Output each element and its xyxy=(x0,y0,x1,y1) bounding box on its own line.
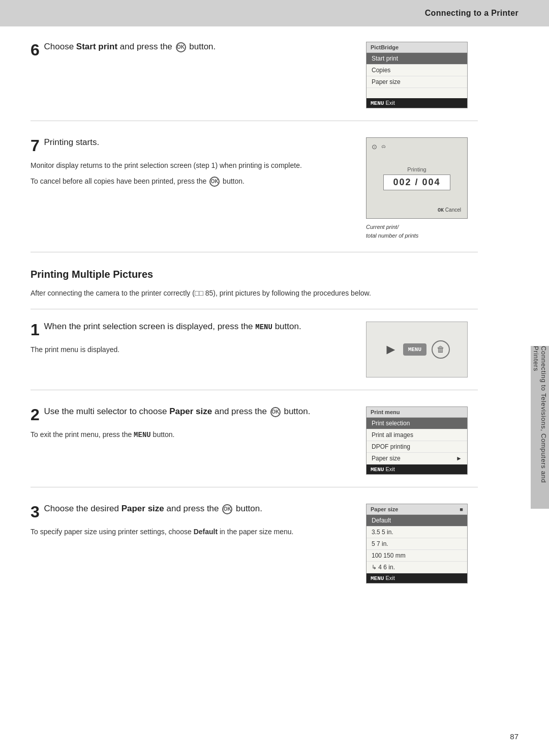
step-7-left: 7 Printing starts. Monitor display retur… xyxy=(30,137,354,187)
step-pm2-bold1: Paper size xyxy=(169,406,212,416)
step-pm1-body: The print menu is displayed. xyxy=(30,344,354,355)
step-6-number: 6 xyxy=(30,42,40,60)
step-7-icons-row: ⊙ ᯅ xyxy=(372,143,388,151)
step-pm2-ok-icon: OK xyxy=(270,407,281,417)
step-7-cancel-row: OK Cancel xyxy=(438,207,461,213)
step-7-printing-label: Printing xyxy=(407,166,426,172)
page-container: Connecting to a Printer Connecting to Te… xyxy=(0,0,549,756)
printing-multiple-intro: After connecting the camera to the print… xyxy=(30,287,478,309)
main-content: 6 Choose Start print and press the OK bu… xyxy=(0,26,508,632)
step-7-title: 7 Printing starts. xyxy=(30,137,354,155)
step-pm1-btn-group: ► MENU 🗑 xyxy=(384,340,450,359)
step-7-section: 7 Printing starts. Monitor display retur… xyxy=(30,137,478,252)
printing-multiple-header: Printing Multiple Pictures xyxy=(30,269,478,280)
step-pm2-number: 2 xyxy=(30,406,40,424)
step-6-screen: PictBridge Start print Copies Paper size… xyxy=(366,42,468,108)
wifi-icon: ᯅ xyxy=(381,143,388,151)
step-7-cancel-menu: OK xyxy=(438,208,444,213)
power-icon: ⊙ xyxy=(372,143,377,151)
step-pm2-body: To exit the print menu, press the MENU b… xyxy=(30,429,354,441)
step-pm3-item-2: 3.5 5 in. xyxy=(367,527,467,538)
step-7-counter: 002 / 004 xyxy=(383,175,450,190)
step-pm1-title: 1 When the print selection screen is dis… xyxy=(30,322,354,339)
step-7-ok-icon: OK xyxy=(209,177,220,187)
page-header-title: Connecting to a Printer xyxy=(425,9,518,18)
menu-button-icon: MENU xyxy=(403,343,426,356)
step-6-screen-footer: MENU Exit xyxy=(367,98,467,108)
step-pm3-menu-footer-label: MENU xyxy=(371,575,384,581)
step-pm3-body: To specify paper size using printer sett… xyxy=(30,527,354,537)
step-pm2-section: 2 Use the multi selector to choose Paper… xyxy=(30,406,478,487)
step-6-item-spacer xyxy=(367,88,467,98)
step-pm2-menu-label: MENU xyxy=(134,431,151,439)
step-pm2-item-1: Print selection xyxy=(367,418,467,429)
top-bar: Connecting to a Printer xyxy=(0,0,549,26)
step-pm3-left: 3 Choose the desired Paper size and pres… xyxy=(30,504,354,537)
step-7-number: 7 xyxy=(30,137,40,155)
step-pm2-left: 2 Use the multi selector to choose Paper… xyxy=(30,406,354,441)
arrow-right-icon: ► xyxy=(384,341,398,358)
step-pm3-number: 3 xyxy=(30,504,40,521)
trash-button-icon: 🗑 xyxy=(432,340,450,359)
step-pm3-screen-footer: MENU Exit xyxy=(367,573,467,583)
step-7-caption: Current print/total number of prints xyxy=(366,223,418,240)
step-pm2-item-3: DPOF printing xyxy=(367,441,467,453)
step-pm2-right: Print menu Print selection Print all ima… xyxy=(366,406,478,475)
step-pm1-section: 1 When the print selection screen is dis… xyxy=(30,322,478,390)
step-7-body2: To cancel before all copies have been pr… xyxy=(30,176,354,187)
step-pm2-screen-header: Print menu xyxy=(367,407,467,418)
page-number: 87 xyxy=(510,732,518,741)
step-6-bold1: Start print xyxy=(76,42,117,51)
step-pm3-right: Paper size■ Default 3.5 5 in. 5 7 in. 10… xyxy=(366,504,478,584)
step-pm1-menu-label: MENU xyxy=(255,323,272,331)
step-pm3-title: 3 Choose the desired Paper size and pres… xyxy=(30,504,354,521)
sidebar-tab-text: Connecting to Televisions, Computers and… xyxy=(532,346,547,509)
step-6-screen-header: PictBridge xyxy=(367,42,467,53)
step-6-item-3: Paper size xyxy=(367,76,467,88)
step-pm1-number: 1 xyxy=(30,322,40,339)
step-6-title: 6 Choose Start print and press the OK bu… xyxy=(30,42,354,60)
step-pm3-item-5: ↳ 4 6 in. xyxy=(367,562,467,573)
step-6-menu-label: MENU xyxy=(371,100,384,106)
step-pm2-item-2: Print all images xyxy=(367,429,467,441)
step-pm2-screen-footer: MENU Exit xyxy=(367,464,467,474)
step-pm2-screen: Print menu Print selection Print all ima… xyxy=(366,406,468,475)
step-7-right: ⊙ ᯅ Printing 002 / 004 OK Cancel Current… xyxy=(366,137,478,240)
step-7-print-screen: ⊙ ᯅ Printing 002 / 004 OK Cancel xyxy=(366,137,468,219)
step-pm3-item-4: 100 150 mm xyxy=(367,550,467,562)
step-6-left: 6 Choose Start print and press the OK bu… xyxy=(30,42,354,65)
step-pm3-item-1: Default xyxy=(367,515,467,527)
step-pm3-ok-icon: OK xyxy=(222,504,232,514)
step-6-item-2: Copies xyxy=(367,65,467,76)
step-pm3-item-3: 5 7 in. xyxy=(367,538,467,550)
step-6-section: 6 Choose Start print and press the OK bu… xyxy=(30,42,478,121)
step-pm2-item-4: Paper size► xyxy=(367,453,467,464)
step-pm2-title: 2 Use the multi selector to choose Paper… xyxy=(30,406,354,424)
sidebar-tab: Connecting to Televisions, Computers and… xyxy=(531,346,549,509)
step-pm1-camera-image: ► MENU 🗑 xyxy=(366,322,468,377)
step-pm3-default-label: Default xyxy=(194,528,218,536)
step-pm3-screen-header: Paper size■ xyxy=(367,504,467,515)
step-6-ok-icon: OK xyxy=(176,42,186,52)
step-pm1-left: 1 When the print selection screen is dis… xyxy=(30,322,354,355)
step-6-item-1: Start print xyxy=(367,53,467,65)
step-pm2-menu-footer-label: MENU xyxy=(371,467,384,473)
step-pm1-right: ► MENU 🗑 xyxy=(366,322,478,377)
step-pm3-bold1: Paper size xyxy=(121,504,164,513)
step-pm3-screen: Paper size■ Default 3.5 5 in. 5 7 in. 10… xyxy=(366,504,468,584)
step-6-right: PictBridge Start print Copies Paper size… xyxy=(366,42,478,108)
step-7-body1: Monitor display returns to the print sel… xyxy=(30,160,354,171)
printing-multiple-title: Printing Multiple Pictures xyxy=(30,269,478,280)
step-pm3-section: 3 Choose the desired Paper size and pres… xyxy=(30,504,478,596)
